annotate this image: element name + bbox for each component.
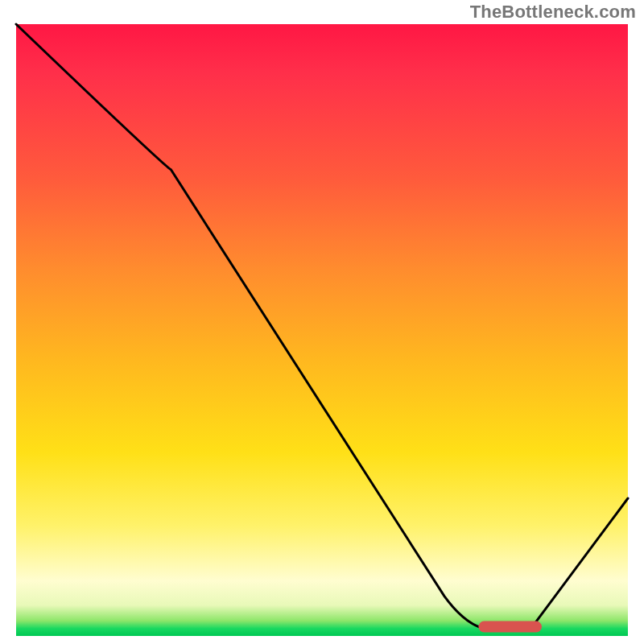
plot-area <box>16 24 628 636</box>
chart-svg <box>16 24 628 636</box>
chart-container: TheBottleneck.com <box>0 0 644 644</box>
bottleneck-curve <box>16 24 628 630</box>
watermark-text: TheBottleneck.com <box>470 2 636 23</box>
